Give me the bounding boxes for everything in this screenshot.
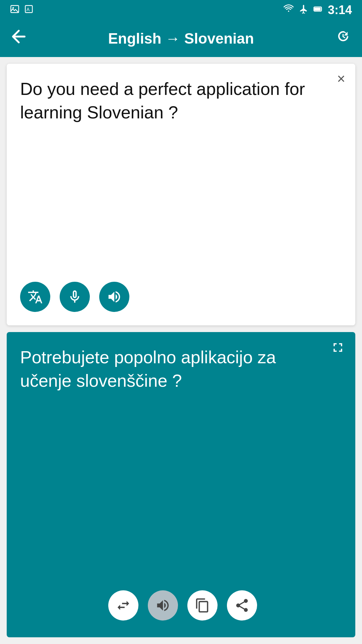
history-button[interactable] [335, 28, 352, 49]
time-display: 3:14 [328, 3, 352, 17]
microphone-button[interactable] [60, 282, 90, 312]
source-actions [20, 282, 345, 315]
nav-bar: English → Slovenian [0, 20, 362, 57]
translate-icon [27, 289, 43, 305]
translation-text: Potrebujete popolno aplikacijo za učenje… [20, 342, 345, 392]
language-pair-title: English → Slovenian [108, 30, 254, 47]
source-speaker-icon [107, 289, 122, 305]
translate-button[interactable] [20, 282, 50, 312]
expand-button[interactable] [330, 340, 345, 358]
svg-point-4 [288, 10, 289, 12]
swap-icon [116, 598, 131, 613]
translation-actions [20, 590, 345, 627]
source-speaker-button[interactable] [99, 282, 129, 312]
translation-panel: Potrebujete popolno aplikacijo za učenje… [7, 332, 355, 637]
share-button[interactable] [227, 590, 257, 621]
status-bar-right: 3:14 [284, 3, 352, 17]
copy-icon [195, 598, 210, 613]
translation-speaker-button[interactable] [148, 590, 178, 621]
text-icon: A [24, 4, 34, 16]
svg-point-1 [12, 7, 14, 9]
status-bar: A 3:14 [0, 0, 362, 20]
main-content: × Do you need a perfect application for … [0, 57, 362, 644]
battery-icon [313, 4, 323, 16]
source-text: Do you need a perfect application for le… [20, 74, 345, 124]
expand-icon [330, 340, 345, 355]
microphone-icon [67, 289, 82, 305]
source-panel: × Do you need a perfect application for … [7, 64, 355, 325]
copy-button[interactable] [187, 590, 218, 621]
airplane-icon [298, 4, 308, 16]
image-icon [10, 4, 19, 16]
svg-rect-6 [314, 7, 321, 10]
bottom-spacer [0, 637, 362, 644]
wifi-icon [284, 4, 294, 16]
svg-text:A: A [26, 6, 30, 12]
swap-button[interactable] [108, 590, 138, 621]
close-button[interactable]: × [337, 72, 345, 86]
status-bar-left: A [10, 4, 34, 16]
translation-speaker-icon [155, 598, 171, 613]
back-button[interactable] [10, 28, 27, 49]
share-icon [234, 598, 250, 613]
